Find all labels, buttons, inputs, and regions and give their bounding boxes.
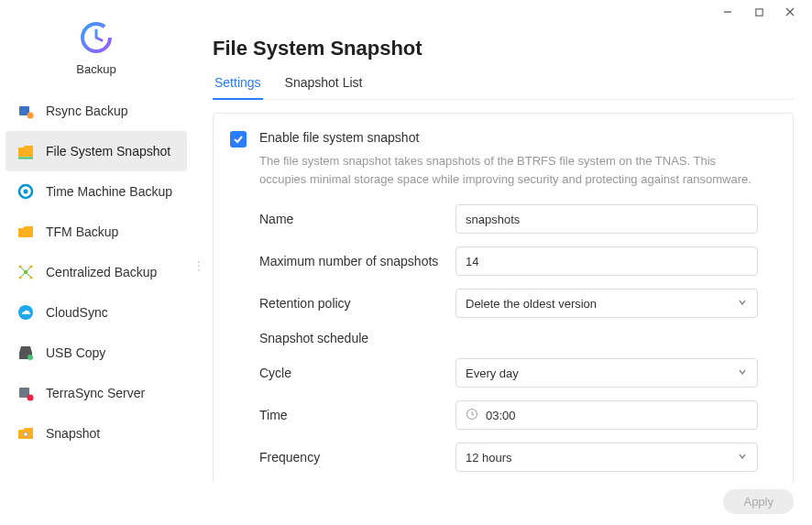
sidebar-item-terrasync-server[interactable]: TerraSync Server	[5, 373, 187, 413]
svg-line-17	[20, 272, 26, 278]
sidebar-nav: Rsync Backup File System Snapshot Time M…	[0, 91, 192, 454]
footer: Apply	[0, 482, 812, 525]
svg-point-9	[24, 190, 28, 194]
svg-point-22	[27, 395, 34, 401]
app-name: Backup	[76, 62, 115, 76]
sidebar-item-rsync-backup[interactable]: Rsync Backup	[5, 91, 187, 131]
enable-snapshot-label: Enable file system snapshot	[259, 130, 776, 145]
server-sync-icon	[16, 384, 35, 402]
network-icon	[16, 263, 35, 281]
chevron-down-icon	[737, 451, 748, 465]
main-content: File System Snapshot Settings Snapshot L…	[192, 24, 812, 482]
name-input[interactable]	[455, 204, 758, 234]
svg-rect-1	[755, 8, 762, 15]
svg-point-20	[27, 355, 33, 360]
retention-policy-label: Retention policy	[230, 296, 446, 311]
time-machine-icon	[16, 182, 35, 201]
tab-label: Snapshot List	[285, 75, 363, 90]
time-label: Time	[230, 408, 446, 422]
tab-snapshot-list[interactable]: Snapshot List	[283, 75, 365, 99]
frequency-select[interactable]: 12 hours	[455, 443, 758, 472]
minimize-button[interactable]	[719, 3, 737, 21]
sidebar-item-label: Snapshot	[46, 426, 100, 441]
frequency-label: Frequency	[230, 450, 446, 465]
sidebar: Backup Rsync Backup File System Snapshot…	[0, 24, 192, 482]
page-title: File System Snapshot	[213, 37, 794, 60]
folder-camera-icon	[16, 424, 35, 443]
sidebar-item-label: TFM Backup	[46, 224, 118, 239]
tab-label: Settings	[214, 75, 261, 90]
folder-snapshot-icon	[16, 142, 35, 160]
folder-icon	[16, 223, 35, 241]
enable-snapshot-checkbox[interactable]	[230, 131, 247, 148]
sidebar-item-snapshot[interactable]: Snapshot	[5, 413, 187, 454]
sidebar-item-time-machine-backup[interactable]: Time Machine Backup	[5, 171, 187, 212]
max-snapshots-input[interactable]	[455, 246, 758, 276]
settings-panel: Enable file system snapshot The file sys…	[213, 113, 794, 482]
cycle-select[interactable]: Every day	[455, 358, 758, 388]
sidebar-item-label: CloudSync	[46, 305, 108, 320]
maximize-button[interactable]	[750, 3, 768, 21]
apply-button[interactable]: Apply	[723, 489, 794, 514]
sidebar-item-usb-copy[interactable]: USB Copy	[5, 333, 187, 373]
tab-settings[interactable]: Settings	[213, 75, 263, 99]
select-value: 12 hours	[466, 451, 512, 465]
time-input[interactable]: 03:00	[455, 400, 758, 430]
cloud-icon	[16, 303, 35, 322]
sidebar-resize-handle[interactable]: ⋮	[192, 263, 198, 283]
enable-snapshot-description: The file system snapshot takes snapshots…	[259, 152, 754, 188]
tab-bar: Settings Snapshot List	[213, 75, 794, 100]
app-logo-icon	[77, 18, 115, 57]
svg-line-16	[26, 267, 31, 272]
server-icon	[16, 102, 35, 120]
select-value: Delete the oldest version	[466, 297, 597, 311]
svg-line-18	[26, 272, 31, 278]
content-area: Enable file system snapshot The file sys…	[213, 100, 794, 482]
chevron-down-icon	[737, 366, 748, 380]
snapshot-schedule-heading: Snapshot schedule	[230, 331, 776, 345]
sidebar-item-cloudsync[interactable]: CloudSync	[5, 292, 187, 333]
sidebar-item-file-system-snapshot[interactable]: File System Snapshot	[5, 131, 187, 171]
sidebar-item-label: Rsync Backup	[46, 104, 127, 118]
sidebar-item-centralized-backup[interactable]: Centralized Backup	[5, 252, 187, 292]
close-button[interactable]	[781, 3, 799, 21]
select-value: Every day	[466, 366, 519, 380]
cycle-label: Cycle	[230, 366, 446, 380]
time-value: 03:00	[486, 409, 516, 422]
sidebar-item-label: Centralized Backup	[46, 265, 157, 279]
max-snapshots-label: Maximum number of snapshots	[230, 254, 446, 268]
sidebar-item-tfm-backup[interactable]: TFM Backup	[5, 212, 187, 252]
svg-line-15	[20, 267, 26, 272]
svg-point-6	[27, 113, 34, 119]
svg-point-23	[24, 432, 28, 437]
name-label: Name	[230, 212, 446, 226]
sidebar-item-label: TerraSync Server	[46, 386, 145, 400]
usb-icon	[16, 344, 35, 362]
sidebar-item-label: USB Copy	[46, 345, 105, 360]
retention-policy-select[interactable]: Delete the oldest version	[455, 289, 758, 318]
sidebar-item-label: File System Snapshot	[46, 144, 170, 159]
sidebar-header: Backup	[0, 18, 192, 91]
clock-icon	[466, 408, 478, 423]
sidebar-item-label: Time Machine Backup	[46, 184, 172, 199]
chevron-down-icon	[737, 297, 748, 311]
